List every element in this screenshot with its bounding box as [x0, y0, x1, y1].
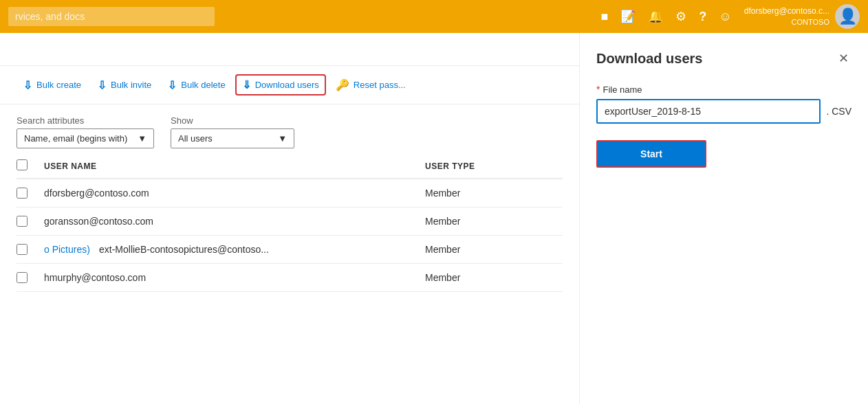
- file-extension: . CSV: [826, 106, 851, 117]
- bulk-invite-button[interactable]: ⇧ Bulk invite: [91, 74, 158, 96]
- breadcrumb-area: [0, 33, 579, 66]
- chevron-down-icon: ▼: [278, 133, 287, 144]
- partial-text-left: o Pictures): [44, 244, 99, 255]
- feedback-icon[interactable]: 📝: [620, 9, 636, 24]
- terminal-icon[interactable]: ■: [600, 10, 608, 24]
- settings-icon[interactable]: ⚙: [675, 9, 686, 24]
- user-menu[interactable]: dforsberg@contoso.c... CONTOSO 👤: [744, 4, 860, 29]
- header-checkbox-col: [17, 159, 44, 172]
- row-select-checkbox[interactable]: [17, 216, 28, 227]
- select-all-checkbox[interactable]: [17, 159, 28, 170]
- row-checkbox: [17, 272, 44, 283]
- help-icon[interactable]: ?: [699, 10, 706, 24]
- row-usertype: Member: [425, 188, 563, 199]
- file-name-group: * File name . CSV: [596, 84, 851, 124]
- download-users-panel: Download users ✕ * File name . CSV Start: [579, 33, 868, 404]
- usertype-header: USER TYPE: [425, 161, 563, 171]
- topbar-icons: ■ 📝 🔔 ⚙ ? ☺ dforsberg@contoso.c... CONTO…: [600, 4, 860, 29]
- toolbar: ⇧ Bulk create ⇧ Bulk invite ⇧ Bulk delet…: [0, 66, 579, 104]
- search-attributes-label: Search attributes: [17, 115, 154, 126]
- search-attributes-filter: Search attributes Name, email (begins wi…: [17, 115, 154, 148]
- users-table: USER NAME USER TYPE dforsberg@contoso.co…: [0, 154, 579, 292]
- row-select-checkbox[interactable]: [17, 272, 28, 283]
- table-row[interactable]: o Pictures) ext-MollieB-contosopictures@…: [17, 236, 563, 264]
- row-checkbox: [17, 216, 44, 227]
- row-username: dforsberg@contoso.com: [44, 188, 425, 199]
- row-username: ext-MollieB-contosopictures@contoso...: [99, 244, 425, 255]
- file-name-input[interactable]: [596, 99, 821, 124]
- start-button[interactable]: Start: [596, 140, 706, 168]
- bell-icon[interactable]: 🔔: [648, 9, 663, 24]
- reset-password-button[interactable]: 🔑 Reset pass...: [329, 74, 413, 96]
- username-display: dforsberg@contoso.c... CONTOSO: [744, 6, 829, 27]
- avatar: 👤: [835, 4, 860, 29]
- close-button[interactable]: ✕: [836, 49, 851, 67]
- username-header: USER NAME: [44, 161, 425, 171]
- row-select-checkbox[interactable]: [17, 188, 28, 199]
- search-attributes-dropdown[interactable]: Name, email (begins with) ▼: [17, 128, 154, 148]
- show-label: Show: [171, 115, 294, 126]
- row-username: hmurphy@contoso.com: [44, 272, 425, 283]
- download-users-button[interactable]: ⇓ Download users: [235, 74, 326, 96]
- download-icon: ⇓: [242, 78, 251, 91]
- emoji-icon[interactable]: ☺: [719, 10, 731, 24]
- table-row[interactable]: dforsberg@contoso.com Member: [17, 179, 563, 207]
- bulk-delete-button[interactable]: ⇧ Bulk delete: [161, 74, 232, 96]
- topbar: ■ 📝 🔔 ⚙ ? ☺ dforsberg@contoso.c... CONTO…: [0, 0, 868, 33]
- required-indicator: *: [596, 84, 600, 95]
- key-icon: 🔑: [336, 78, 349, 91]
- panel-title: Download users: [596, 51, 702, 67]
- row-select-checkbox[interactable]: [17, 244, 28, 255]
- main-layout: ⇧ Bulk create ⇧ Bulk invite ⇧ Bulk delet…: [0, 33, 868, 404]
- row-usertype: Member: [425, 272, 563, 283]
- bulk-create-icon: ⇧: [23, 78, 32, 91]
- table-header: USER NAME USER TYPE: [17, 154, 563, 179]
- file-name-input-row: . CSV: [596, 99, 851, 124]
- table-row[interactable]: goransson@contoso.com Member: [17, 207, 563, 236]
- bulk-delete-icon: ⇧: [168, 78, 177, 91]
- filters-area: Search attributes Name, email (begins wi…: [0, 104, 579, 154]
- show-dropdown[interactable]: All users ▼: [171, 128, 294, 148]
- row-username: goransson@contoso.com: [44, 216, 425, 227]
- table-row[interactable]: hmurphy@contoso.com Member: [17, 264, 563, 292]
- file-name-label: * File name: [596, 84, 851, 95]
- row-checkbox: [17, 188, 44, 199]
- panel-header: Download users ✕: [596, 49, 851, 67]
- row-usertype: Member: [425, 244, 563, 255]
- bulk-invite-icon: ⇧: [98, 78, 107, 91]
- search-input[interactable]: [8, 7, 215, 26]
- content-area: ⇧ Bulk create ⇧ Bulk invite ⇧ Bulk delet…: [0, 33, 579, 404]
- bulk-create-button[interactable]: ⇧ Bulk create: [17, 74, 88, 96]
- chevron-down-icon: ▼: [138, 133, 147, 144]
- row-checkbox: [17, 244, 44, 255]
- row-usertype: Member: [425, 216, 563, 227]
- show-filter: Show All users ▼: [171, 115, 294, 148]
